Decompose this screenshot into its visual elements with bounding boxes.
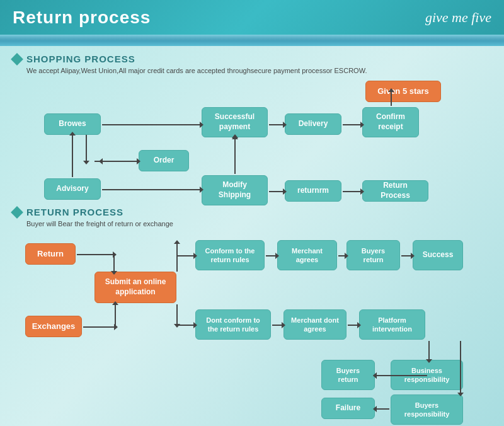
- platform-intervention-box: Platform intervention: [359, 309, 425, 340]
- arrow-browes-payment: [102, 124, 200, 125]
- arrow-submit-conform-up: [176, 243, 178, 272]
- modify-shipping-box: Modify Shipping: [202, 175, 268, 205]
- arrow-exchanges-up: [115, 304, 116, 326]
- arrow-modify-payment: [234, 139, 236, 174]
- return-section-header: RETURN PROCESS: [13, 207, 491, 217]
- buyers-return-2-box: Buyers return: [321, 360, 375, 390]
- arrow-submit-to-conform: [176, 255, 194, 256]
- arrow-merchant2-platform: [348, 325, 358, 326]
- arrow-merchant-buyers1: [338, 255, 345, 256]
- merchant-agrees-box: Merchant agrees: [277, 240, 337, 270]
- delivery-box: Delivery: [285, 113, 341, 135]
- arrow-payment-delivery: [269, 124, 284, 125]
- arrow-submit-to-dontconform: [176, 325, 194, 326]
- return-box: Return: [25, 243, 76, 265]
- ribbon-decoration: [0, 35, 504, 46]
- arrow-platform-buyers-resp: [460, 341, 461, 393]
- arrow-exchanges-right: [83, 326, 115, 328]
- page-title: Return process: [13, 8, 151, 28]
- main-content: SHOPPING PROCESS We accept Alipay,West U…: [0, 46, 504, 426]
- return-section-desc: Buyer will Bear the freight of return or…: [26, 220, 491, 227]
- arrow-delivery-confirm: [343, 124, 361, 125]
- returnrm-box: returnrm: [285, 180, 341, 202]
- shopping-section-header: SHOPPING PROCESS: [13, 54, 491, 64]
- arrow-submit-dont-conform-down: [176, 304, 178, 325]
- dont-conform-box: Dont conform to the return rules: [195, 309, 271, 340]
- shopping-section-desc: We accept Alipay,West Union,All major cr…: [26, 67, 491, 74]
- confirm-receipt-box: Confirm receipt: [362, 107, 419, 137]
- buyers-return-1-box: Buyers return: [346, 240, 400, 270]
- conform-return-rules-box: Conform to the return rules: [195, 240, 265, 270]
- arrow-modify-return: [269, 191, 284, 192]
- buyers-responsibility-box: Buyers responsibility: [391, 394, 463, 425]
- successful-payment-box: Successful payment: [202, 107, 268, 137]
- logo: give me five: [425, 9, 491, 26]
- header: Return process give me five: [0, 0, 504, 35]
- arrow-conform-merchant: [266, 255, 276, 256]
- success-box: Success: [413, 240, 463, 270]
- diamond-icon: [11, 53, 23, 66]
- arrow-dontconform-merchant2: [272, 325, 282, 326]
- arrow-browes-down: [86, 135, 87, 161]
- arrow-advisory-modify: [102, 189, 200, 190]
- diamond-icon-2: [11, 206, 23, 219]
- arrow-order-advisory: [102, 161, 140, 162]
- advisory-box: Advisory: [44, 178, 101, 200]
- arrow-buyers1-success: [401, 255, 411, 256]
- merchant-dont-agrees-box: Merchant dont agrees: [284, 309, 346, 340]
- arrow-buyers-resp-failure: [376, 408, 389, 410]
- arrow-returnrm-process: [343, 191, 361, 192]
- shopping-flow: Given 5 stars Browes Successful payment …: [13, 81, 491, 207]
- arrow-advisory-up: [72, 135, 73, 177]
- submit-online-box: Submit an online application: [94, 272, 176, 303]
- return-section-title: RETURN PROCESS: [26, 207, 123, 217]
- return-process-box: Return Process: [362, 180, 428, 202]
- arrow-return-down: [113, 254, 115, 272]
- return-flow: Return Submit an online application Conf…: [13, 234, 491, 423]
- arrow-biz-buyers2: [376, 375, 389, 376]
- given-5-stars-box: Given 5 stars: [365, 81, 441, 102]
- order-box: Order: [139, 150, 189, 171]
- shopping-section-title: SHOPPING PROCESS: [26, 54, 135, 64]
- arrow-confirm-stars: [391, 91, 392, 106]
- exchanges-box: Exchanges: [25, 316, 82, 337]
- arrow-return-right: [77, 254, 113, 255]
- failure-box: Failure: [321, 398, 375, 419]
- arrow-platform-down: [428, 341, 430, 360]
